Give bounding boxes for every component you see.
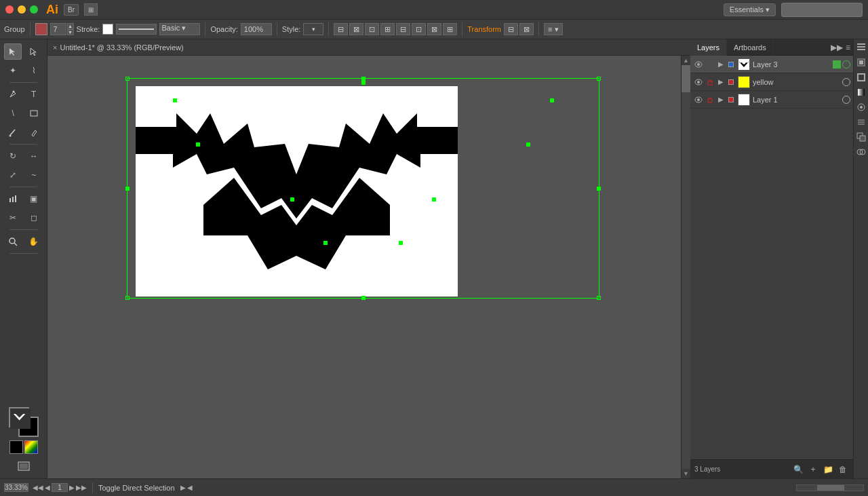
artboard-number-input[interactable] [52, 483, 68, 492]
layer-3-visibility[interactable] [693, 59, 704, 70]
direct-selection-tool[interactable] [25, 43, 43, 60]
close-button[interactable] [5, 5, 14, 14]
toggle-next-btn[interactable]: ◀ [187, 484, 193, 491]
warp-tool[interactable]: ~ [25, 167, 43, 183]
align-btn-1[interactable]: ⊟ [334, 23, 348, 35]
fill-color-box[interactable] [102, 24, 113, 35]
layer-1-thumb [738, 94, 750, 106]
artboard-tool[interactable]: ▣ [25, 191, 43, 207]
rect-tool[interactable] [25, 105, 43, 121]
gradient-swatch[interactable] [24, 440, 38, 454]
graph-tool[interactable] [4, 191, 22, 207]
layers-search-btn[interactable]: 🔍 [792, 463, 804, 476]
stroke-width-input[interactable] [50, 23, 66, 35]
transform-panel-icon[interactable] [856, 132, 867, 142]
rotate-tool[interactable]: ↻ [4, 148, 22, 164]
more-options-btn[interactable]: ≡ ▾ [544, 23, 562, 35]
layer-1-expand[interactable]: ▶ [716, 96, 726, 103]
stroke-down[interactable]: ▼ [67, 29, 74, 35]
foreground-swatch[interactable] [9, 407, 29, 427]
layer-3-lock[interactable] [705, 60, 715, 69]
align-btn-7[interactable]: ⊠ [427, 23, 441, 35]
yellow-layer-visibility[interactable] [693, 77, 704, 88]
pathfinder-icon[interactable] [856, 147, 867, 157]
align-btn-3[interactable]: ⊡ [365, 23, 379, 35]
stroke-panel-icon[interactable] [856, 72, 867, 83]
nav-prev-btn[interactable]: ◀ [45, 484, 50, 491]
slice-tool[interactable]: ✂ [4, 210, 22, 226]
layer-1-visibility[interactable] [693, 94, 704, 105]
align-btn-8[interactable]: ⊞ [443, 23, 457, 35]
stroke-color-display[interactable] [116, 24, 157, 35]
screen-mode-btn[interactable] [10, 458, 37, 474]
style-dropdown[interactable]: ▾ [303, 23, 323, 35]
nav-first-btn[interactable]: ◀◀ [33, 484, 43, 491]
layers-tab[interactable]: Layers [690, 39, 727, 56]
scroll-track[interactable] [682, 65, 690, 469]
horizontal-scrollbar[interactable] [796, 484, 864, 491]
zoom-tool[interactable] [4, 233, 22, 250]
stroke-style-dropdown[interactable]: Basic ▾ [159, 23, 200, 35]
gradient-icon[interactable] [856, 87, 867, 98]
align-btn-5[interactable]: ⊟ [396, 23, 410, 35]
pen-tool[interactable] [4, 86, 22, 102]
search-input[interactable] [781, 3, 863, 17]
stroke-up[interactable]: ▲ [67, 23, 74, 29]
hand-tool[interactable]: ✋ [25, 233, 43, 250]
scroll-thumb[interactable] [682, 65, 690, 92]
artboards-tab[interactable]: Artboards [727, 39, 774, 56]
nav-next-btn[interactable]: ▶ [69, 484, 75, 491]
scroll-down-btn[interactable]: ▼ [682, 469, 690, 478]
scale-tool[interactable]: ⤢ [4, 167, 22, 183]
layer-1-lock[interactable] [705, 95, 715, 104]
bridge-button[interactable]: Br [64, 4, 79, 16]
h-scroll-thumb[interactable] [817, 485, 844, 491]
yellow-layer-expand[interactable]: ▶ [716, 78, 726, 85]
tab-close-btn[interactable]: × [53, 43, 57, 52]
layer-item-3[interactable]: ▶ Layer 3 [690, 56, 853, 73]
align-btn-6[interactable]: ⊡ [412, 23, 426, 35]
pencil-tool[interactable] [25, 124, 43, 140]
scroll-up-btn[interactable]: ▲ [682, 56, 690, 65]
nav-last-btn[interactable]: ▶▶ [76, 484, 87, 491]
transform-label[interactable]: Transform [467, 25, 501, 33]
text-tool[interactable]: T [25, 86, 43, 102]
zoom-input[interactable] [4, 483, 28, 492]
canvas-area[interactable] [47, 56, 681, 478]
layer-3-expand[interactable]: ▶ [716, 60, 726, 68]
opacity-label: Opacity: [210, 25, 237, 33]
panel-forward-btn[interactable]: ▶▶ [831, 43, 843, 52]
align-btn-4[interactable]: ⊞ [380, 23, 395, 35]
color-swatches [6, 404, 41, 457]
appearance-icon[interactable] [856, 102, 867, 113]
transform-btn-1[interactable]: ⊟ [504, 23, 518, 35]
layers-delete-btn[interactable]: 🗑 [837, 463, 849, 476]
workspace-icon[interactable]: ⊞ [84, 3, 98, 16]
maximize-button[interactable] [30, 5, 38, 14]
opacity-input[interactable] [241, 23, 272, 35]
properties-icon[interactable] [856, 42, 867, 53]
toggle-prev-btn[interactable]: ▶ [180, 484, 186, 491]
magic-wand-tool[interactable]: ✦ [4, 62, 22, 79]
essentials-button[interactable]: Essentials ▾ [724, 3, 776, 16]
minimize-button[interactable] [18, 5, 26, 14]
layer-item-yellow[interactable]: ▶ yellow [690, 73, 853, 91]
stroke-indicator[interactable] [35, 23, 47, 35]
lasso-tool[interactable]: ⌇ [25, 62, 43, 79]
layer-3-color [728, 62, 734, 67]
fill-icon[interactable] [856, 57, 867, 68]
eraser-tool[interactable]: ◻ [25, 210, 43, 226]
selection-tool[interactable] [4, 43, 22, 60]
paintbrush-tool[interactable] [4, 124, 22, 140]
line-tool[interactable]: \ [4, 105, 22, 121]
transform-btn-2[interactable]: ⊠ [519, 23, 534, 35]
none-swatch[interactable] [9, 440, 23, 454]
align-btn-2[interactable]: ⊠ [349, 23, 363, 35]
layers-folder-btn[interactable]: 📁 [822, 463, 834, 476]
align-icon[interactable] [856, 117, 867, 128]
layer-item-1[interactable]: ▶ Layer 1 [690, 91, 853, 109]
mirror-tool[interactable]: ↔ [25, 148, 43, 164]
layers-add-btn[interactable]: + [807, 463, 819, 476]
yellow-layer-lock[interactable] [705, 77, 715, 87]
panel-menu-btn[interactable]: ≡ [846, 43, 850, 52]
